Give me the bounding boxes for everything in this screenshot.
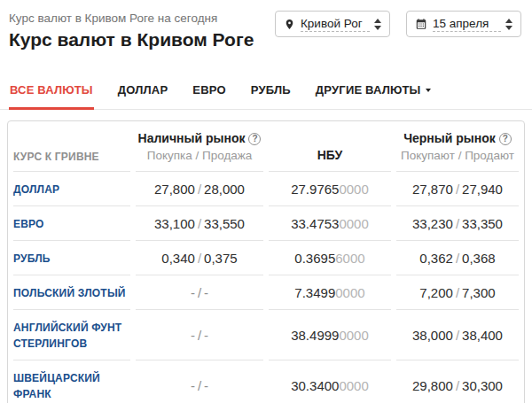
info-icon[interactable]: ? [248, 133, 261, 145]
table-header-row: КУРС К ГРИВНЕ Наличный рынок? Покупка / … [13, 121, 519, 172]
page-header: Курс валют в Кривом Роге на сегодня Курс… [0, 0, 532, 74]
rates-table: КУРС К ГРИВНЕ Наличный рынок? Покупка / … [7, 120, 525, 403]
down-arrow-icon[interactable] [374, 26, 381, 30]
info-icon[interactable]: ? [499, 133, 512, 145]
table-row-dollar: ДОЛЛАР 27,800/28,000 27.97650000 27,870/… [13, 172, 519, 206]
currency-link-ruble[interactable]: РУБЛЬ [13, 252, 51, 265]
up-arrow-icon[interactable] [374, 19, 381, 23]
location-pin-icon [284, 18, 295, 31]
table-row-ruble: РУБЛЬ 0,340/0,375 0.36956000 0,362/0,368 [13, 241, 519, 275]
date-select-value: 15 апреля [433, 17, 501, 32]
city-stepper[interactable] [374, 19, 381, 30]
chevron-down-icon [426, 89, 431, 92]
black-market-subtitle: Покупают / Продают [396, 148, 519, 163]
black-market-cell: 38,000/38,400 [396, 310, 519, 360]
nbu-cell: 33.47530000 [269, 206, 391, 241]
tab-label: ДРУГИЕ ВАЛЮТЫ [316, 83, 421, 97]
nbu-cell: 7.34990000 [269, 275, 391, 310]
table-row-pound: АНГЛИЙСКИЙ ФУНТ СТЕРЛИНГОВ -/- 38.499900… [13, 310, 519, 360]
currency-link-chf[interactable]: ШВЕЙЦАРСКИЙ ФРАНК [13, 372, 100, 400]
nbu-cell: 38.49990000 [269, 310, 391, 360]
cash-market-cell: -/- [136, 360, 263, 403]
currency-link-gbp[interactable]: АНГЛИЙСКИЙ ФУНТ СТЕРЛИНГОВ [13, 322, 121, 350]
black-market-cell: 0,362/0,368 [396, 241, 519, 275]
nbu-cell: 30.34000000 [269, 360, 391, 403]
nbu-cell: 27.97650000 [269, 172, 391, 206]
tab-other-currencies[interactable]: ДРУГИЕ ВАЛЮТЫ [315, 74, 433, 109]
tab-dollar[interactable]: ДОЛЛАР [117, 74, 169, 109]
currency-tab-bar: ВСЕ ВАЛЮТЫ ДОЛЛАР ЕВРО РУБЛЬ ДРУГИЕ ВАЛЮ… [0, 74, 532, 110]
currency-link-euro[interactable]: ЕВРО [13, 218, 44, 230]
currency-rates-page: Курс валют в Кривом Роге на сегодня Курс… [0, 0, 532, 403]
black-market-title: Черный рынок? [396, 131, 519, 146]
cash-market-header: Наличный рынок? Покупка / Продажа [136, 121, 263, 172]
city-select[interactable]: Кривой Рог [275, 11, 390, 37]
cash-market-cell: 0,340/0,375 [136, 241, 263, 275]
date-stepper[interactable] [505, 19, 512, 30]
calendar-icon [415, 18, 427, 30]
tab-all-currencies[interactable]: ВСЕ ВАЛЮТЫ [9, 74, 94, 109]
nbu-title: НБУ [269, 148, 391, 163]
cash-market-subtitle: Покупка / Продажа [136, 148, 263, 163]
black-market-cell: 27,870/27,940 [396, 172, 519, 206]
down-arrow-icon[interactable] [505, 26, 512, 30]
black-market-cell: 7,200/7,300 [396, 275, 519, 310]
black-market-header: Черный рынок? Покупают / Продают [396, 121, 519, 172]
table-row-euro: ЕВРО 33,100/33,550 33.47530000 33,230/33… [13, 206, 519, 241]
header-controls: Кривой Рог 15 апреля [275, 11, 521, 37]
cash-market-title: Наличный рынок? [136, 131, 263, 146]
table-row-franc: ШВЕЙЦАРСКИЙ ФРАНК -/- 30.34000000 29,800… [13, 360, 519, 403]
currency-link-zloty[interactable]: ПОЛЬСКИЙ ЗЛОТЫЙ [13, 287, 126, 299]
cash-market-cell: 27,800/28,000 [136, 172, 263, 206]
corner-header: КУРС К ГРИВНЕ [13, 121, 130, 172]
cash-market-cell: -/- [136, 275, 263, 310]
city-select-value: Кривой Рог [301, 17, 370, 32]
table-row-zloty: ПОЛЬСКИЙ ЗЛОТЫЙ -/- 7.34990000 7,200/7,3… [13, 275, 519, 310]
tab-euro[interactable]: ЕВРО [192, 74, 226, 109]
up-arrow-icon[interactable] [505, 19, 512, 23]
date-select[interactable]: 15 апреля [406, 11, 521, 37]
nbu-cell: 0.36956000 [269, 241, 391, 275]
cash-market-cell: -/- [136, 310, 263, 360]
black-market-cell: 29,800/30,300 [396, 360, 519, 403]
currency-link-dollar[interactable]: ДОЛЛАР [13, 183, 59, 196]
tab-ruble[interactable]: РУБЛЬ [250, 74, 292, 109]
black-market-cell: 33,230/33,350 [396, 206, 519, 241]
nbu-header: НБУ [269, 121, 391, 172]
cash-market-cell: 33,100/33,550 [136, 206, 263, 241]
